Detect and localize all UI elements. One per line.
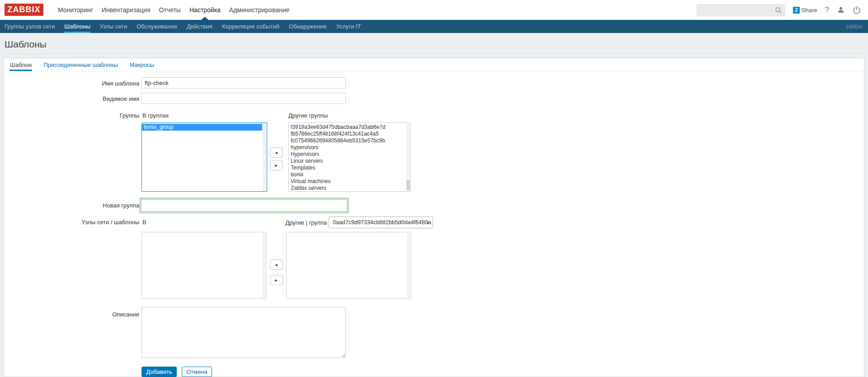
subnav-maintenance[interactable]: Обслуживание xyxy=(137,20,177,33)
subnav-event-correlation[interactable]: Корреляция событий xyxy=(222,20,279,33)
header-right-cluster: Z Share ? xyxy=(697,0,861,20)
menu-monitoring[interactable]: Мониторинг xyxy=(58,6,93,14)
menu-administration[interactable]: Администрирование xyxy=(229,6,290,14)
listbox-option[interactable]: hypervisors xyxy=(289,144,406,151)
listbox-option[interactable]: Linux servers xyxy=(289,158,406,165)
cancel-button[interactable]: Отмена xyxy=(182,367,212,377)
group-select-value: 0aad7c9d97334cb882bb5d0da4f6480a xyxy=(333,219,431,226)
share-button[interactable]: Z Share xyxy=(793,7,817,14)
move-group-right-button[interactable]: ► xyxy=(270,160,283,170)
zabbix-app: ZABBIX Мониторинг Инвентаризация Отчеты … xyxy=(0,0,868,377)
top-header: ZABBIX Мониторинг Инвентаризация Отчеты … xyxy=(0,0,868,20)
menu-inventory[interactable]: Инвентаризация xyxy=(102,6,151,14)
listbox-option[interactable]: fb5786ec25ff48168f424f13c41ac4a5 xyxy=(289,131,406,137)
other-groups-listbox[interactable]: f3919a3ee63d475dbacbaaa7d3ab6e7dfb5786ec… xyxy=(288,123,411,192)
logout-power-icon[interactable] xyxy=(853,6,861,14)
hosts-in-label: В xyxy=(142,219,146,226)
in-groups-label: В группах xyxy=(142,112,169,119)
move-host-right-button[interactable]: ► xyxy=(270,275,283,285)
zabbix-logo[interactable]: ZABBIX xyxy=(5,4,43,16)
title-divider xyxy=(4,53,864,54)
tab-template[interactable]: Шаблон xyxy=(9,58,32,71)
main-menu: Мониторинг Инвентаризация Отчеты Настрой… xyxy=(58,0,289,20)
subnav-host-groups[interactable]: Группы узлов сети xyxy=(5,20,55,33)
scrollbar-track[interactable] xyxy=(263,123,266,191)
chevron-down-icon: ▼ xyxy=(426,221,429,225)
subnav-templates[interactable]: Шаблоны xyxy=(64,20,90,33)
subnav-hosts[interactable]: Узлы сети xyxy=(100,20,127,33)
add-button[interactable]: Добавить xyxy=(142,367,177,377)
listbox-option-selected[interactable]: tionix_group xyxy=(142,124,262,131)
search-input[interactable] xyxy=(700,5,772,16)
template-name-label: Имя шаблона xyxy=(31,80,139,87)
config-subnav: Группы узлов сети Шаблоны Узлы сети Обсл… xyxy=(0,20,868,33)
listbox-option[interactable]: Hypervisors xyxy=(289,151,406,158)
description-label: Описание xyxy=(31,311,139,318)
in-groups-listbox[interactable]: tionix_group xyxy=(142,123,267,192)
move-host-left-button[interactable]: ◄ xyxy=(270,259,283,270)
help-icon[interactable]: ? xyxy=(825,5,829,14)
scrollbar-thumb[interactable] xyxy=(406,180,410,190)
listbox-option[interactable]: fc07549662694805864eb5315e57bc9b xyxy=(289,137,406,144)
visible-name-label: Видимое имя xyxy=(31,95,139,102)
hosts-templates-label: Узлы сети / шаблоны xyxy=(31,219,139,226)
new-group-highlight xyxy=(139,198,349,213)
visible-name-input[interactable] xyxy=(142,93,346,104)
hosts-in-listbox[interactable] xyxy=(142,232,267,299)
subnav-discovery[interactable]: Обнаружение xyxy=(289,20,326,33)
hosts-other-listbox[interactable] xyxy=(286,232,411,299)
zabbix-share-icon: Z xyxy=(793,7,800,14)
subnav-it-services[interactable]: Услуги IT xyxy=(336,20,361,33)
new-group-label: Новая группа xyxy=(31,202,139,209)
description-textarea[interactable] xyxy=(142,307,346,358)
scrollbar-track[interactable] xyxy=(262,233,266,298)
new-group-input[interactable] xyxy=(141,199,347,212)
other-groups-label: Другие группы xyxy=(288,112,328,119)
search-box xyxy=(697,4,785,16)
listbox-option[interactable]: f3919a3ee63d475dbacbaaa7d3ab6e7d xyxy=(289,124,406,131)
move-group-left-button[interactable]: ◄ xyxy=(270,147,283,158)
subnav-actions[interactable]: Действия xyxy=(187,20,212,33)
group-select[interactable]: 0aad7c9d97334cb882bb5d0da4f6480a ▼ xyxy=(329,217,433,228)
listbox-option[interactable]: Templates xyxy=(289,165,406,171)
menu-configuration[interactable]: Настройка xyxy=(189,6,221,14)
user-profile-icon[interactable] xyxy=(837,6,845,14)
template-name-input[interactable] xyxy=(142,77,346,89)
form-tabs: Шаблон Присоединенные шаблоны Макросы xyxy=(4,58,864,71)
arrow-right-icon: ► xyxy=(274,278,278,283)
groups-label: Группы xyxy=(31,112,139,119)
share-label: Share xyxy=(802,7,817,14)
arrow-left-icon: ◄ xyxy=(274,263,278,267)
arrow-right-icon: ► xyxy=(274,163,278,168)
template-form-panel: Шаблон Присоединенные шаблоны Макросы Им… xyxy=(4,58,864,377)
page-title: Шаблоны xyxy=(5,39,47,50)
current-user-label: zabbix xyxy=(845,20,863,33)
scrollbar-track[interactable] xyxy=(407,233,410,298)
tab-macros[interactable]: Макросы xyxy=(129,58,155,71)
listbox-option[interactable]: tionix xyxy=(289,171,406,178)
listbox-option[interactable]: Zabbix servers xyxy=(289,185,406,192)
tab-linked-templates[interactable]: Присоединенные шаблоны xyxy=(43,58,118,71)
active-menu-pointer xyxy=(201,17,208,20)
menu-reports[interactable]: Отчеты xyxy=(159,6,181,14)
arrow-left-icon: ◄ xyxy=(274,151,278,155)
listbox-option[interactable]: Virtual machines xyxy=(289,178,406,185)
hosts-other-group-label: Другие | группа xyxy=(230,219,327,226)
search-icon[interactable] xyxy=(775,7,782,14)
